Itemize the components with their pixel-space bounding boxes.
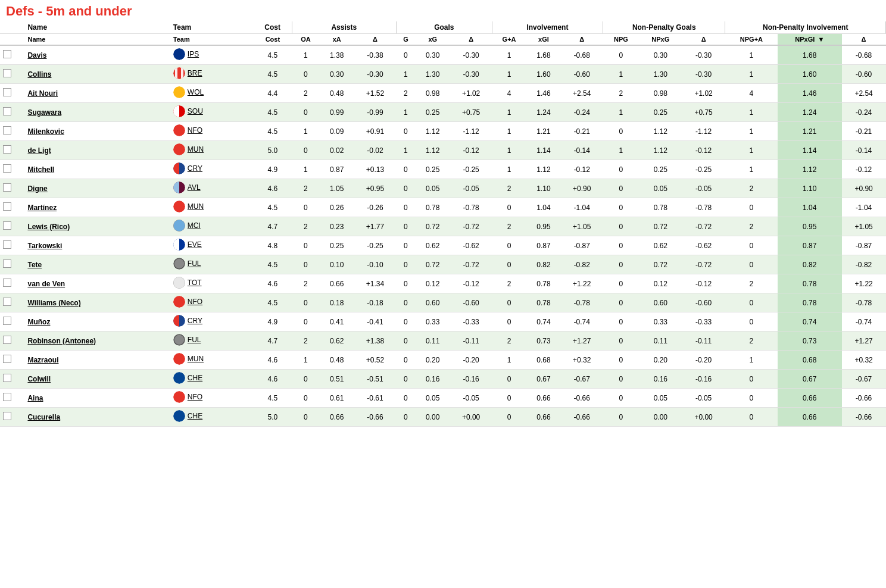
npxg: 0.62 [639,236,682,255]
player-name-link[interactable]: Sugawara [27,108,61,117]
row-checkbox[interactable] [3,126,11,135]
team-abbr[interactable]: TOT [188,279,202,287]
col-subheader-cost[interactable]: Cost [253,34,292,46]
team-abbr[interactable]: SOU [188,107,203,115]
player-name-link[interactable]: Collins [27,70,51,79]
player-name-link[interactable]: Lewis (Rico) [27,223,70,231]
team-abbr[interactable]: NFO [188,393,202,401]
player-name-link[interactable]: van de Ven [27,280,65,288]
team-abbr[interactable]: CRY [188,317,202,325]
player-name-link[interactable]: Martínez [27,204,57,212]
row-checkbox-cell [0,45,14,65]
row-checkbox[interactable] [3,355,11,363]
row-checkbox[interactable] [3,336,11,344]
row-checkbox[interactable] [3,240,11,249]
team-abbr[interactable]: AVL [188,183,201,192]
col-subheader-npg-delta[interactable]: Δ [682,34,725,46]
g: 0 [396,236,415,255]
row-checkbox[interactable] [3,69,11,77]
row-checkbox[interactable] [3,393,11,401]
row-checkbox[interactable] [3,50,11,58]
team-abbr[interactable]: CHE [188,374,202,382]
player-name-link[interactable]: Williams (Neco) [27,299,80,307]
col-subheader-npg[interactable]: NPG [603,34,639,46]
team-abbr[interactable]: FUL [188,336,201,344]
row-checkbox[interactable] [3,374,11,382]
col-subheader-npxgi[interactable]: NPxGI ▼ [778,34,842,46]
player-name-link[interactable]: Muñoz [27,318,50,326]
col-subheader-npxg[interactable]: NPxG [639,34,682,46]
inv-delta: -0.21 [561,122,603,141]
team-abbr[interactable]: NFO [188,126,202,135]
row-number [14,103,24,122]
row-checkbox[interactable] [3,259,11,268]
col-subheader-xg[interactable]: xG [416,34,450,46]
col-subheader-npinv-delta[interactable]: Δ [842,34,886,46]
xgi: 0.82 [526,255,561,274]
col-header-name[interactable]: Name [24,21,170,34]
row-checkbox[interactable] [3,279,11,287]
g-delta: +0.00 [450,408,492,427]
team-cell: BRE [170,65,254,84]
team-abbr[interactable]: BRE [188,69,202,77]
col-subheader-oa[interactable]: OA [292,34,319,46]
team-abbr[interactable]: MCI [188,221,201,230]
row-checkbox[interactable] [3,202,11,211]
team-abbr[interactable]: MUN [188,355,204,363]
row-checkbox[interactable] [3,88,11,96]
col-subheader-inv-delta[interactable]: Δ [561,34,603,46]
row-checkbox[interactable] [3,221,11,230]
npxg: 0.05 [639,389,682,408]
a-delta: -0.02 [354,141,396,160]
team-abbr[interactable]: MUN [188,145,204,154]
team-abbr[interactable]: CHE [188,412,202,420]
team-abbr[interactable]: CRY [188,164,202,173]
player-name-link[interactable]: de Ligt [27,146,51,155]
row-checkbox[interactable] [3,298,11,306]
col-subheader-g-delta[interactable]: Δ [450,34,492,46]
a-delta: +1.34 [354,274,396,293]
npg: 0 [603,351,639,370]
team-cell: FUL [170,255,254,274]
col-subheader-a-delta[interactable]: Δ [354,34,396,46]
player-name-link[interactable]: Tarkowski [27,242,62,250]
player-name-link[interactable]: Mitchell [27,165,54,174]
player-name-cell: Muñoz [24,312,170,331]
player-name-link[interactable]: Mazraoui [27,356,58,364]
col-subheader-name[interactable]: Name [24,34,170,46]
row-checkbox[interactable] [3,164,11,173]
row-checkbox[interactable] [3,107,11,115]
team-abbr[interactable]: MUN [188,202,204,211]
team-cell: AVL [170,179,254,198]
player-name-link[interactable]: Tete [27,261,42,269]
row-checkbox[interactable] [3,412,11,420]
player-name-link[interactable]: Cucurella [27,413,60,421]
row-checkbox[interactable] [3,183,11,192]
player-name-link[interactable]: Aina [27,394,43,402]
col-subheader-xgi[interactable]: xGI [526,34,561,46]
player-name-link[interactable]: Robinson (Antonee) [27,337,96,345]
player-name-link[interactable]: Digne [27,184,47,193]
player-name-cell: van de Ven [24,274,170,293]
team-abbr[interactable]: IPS [188,50,199,58]
player-name-link[interactable]: Milenkovic [27,127,64,136]
row-checkbox[interactable] [3,317,11,325]
col-subheader-xa[interactable]: xA [320,34,354,46]
col-subheader-g[interactable]: G [396,34,415,46]
npg: 0 [603,45,639,65]
player-name-link[interactable]: Ait Nouri [27,89,58,98]
team-abbr[interactable]: WOL [188,88,204,96]
player-name-link[interactable]: Colwill [27,375,51,383]
col-header-team[interactable]: Team [170,21,254,34]
row-checkbox[interactable] [3,145,11,154]
team-abbr[interactable]: FUL [188,259,201,268]
npg: 0 [603,179,639,198]
team-cell: WOL [170,84,254,103]
col-subheader-npgpa[interactable]: NPG+A [725,34,778,46]
col-subheader-team[interactable]: Team [170,34,254,46]
player-name-link[interactable]: Davis [27,51,46,60]
col-subheader-gpa[interactable]: G+A [492,34,526,46]
team-abbr[interactable]: EVE [188,240,202,249]
team-abbr[interactable]: NFO [188,298,202,306]
col-header-cost[interactable]: Cost [253,21,292,34]
